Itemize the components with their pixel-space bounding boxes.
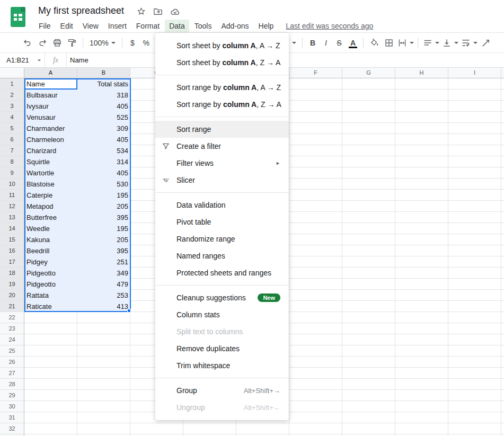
row-header-1[interactable]: 1 <box>0 78 24 90</box>
menubar-item-view[interactable]: View <box>78 20 103 32</box>
row-header-29[interactable]: 29 <box>0 390 24 401</box>
row-header-11[interactable]: 11 <box>0 190 24 201</box>
cell-A13[interactable]: Butterfree <box>24 212 77 223</box>
cell-B6[interactable]: 405 <box>77 134 130 145</box>
cell-B2[interactable]: 318 <box>77 90 130 101</box>
cloud-saved-icon[interactable] <box>170 7 180 15</box>
move-to-folder-icon[interactable] <box>153 7 163 16</box>
menu-item-cleanup-suggestions[interactable]: Cleanup suggestionsNew <box>155 289 289 306</box>
cell-B18[interactable]: 349 <box>77 268 130 279</box>
menubar-item-insert[interactable]: Insert <box>104 20 131 32</box>
row-header-9[interactable]: 9 <box>0 167 24 179</box>
menu-item-sort-sheet-z-a[interactable]: Sort sheet by column A, Z → A <box>155 54 289 71</box>
star-icon[interactable] <box>137 7 146 16</box>
menu-item-remove-duplicates[interactable]: Remove duplicates <box>155 340 289 357</box>
vertical-align-button[interactable] <box>440 36 459 50</box>
row-header-21[interactable]: 21 <box>0 301 24 312</box>
redo-button[interactable] <box>35 36 50 50</box>
row-header-2[interactable]: 2 <box>0 90 24 101</box>
row-header-18[interactable]: 18 <box>0 268 24 279</box>
cell-B19[interactable]: 479 <box>77 279 130 290</box>
cell-B7[interactable]: 534 <box>77 145 130 156</box>
cell-A14[interactable]: Weedle <box>24 223 77 234</box>
row-header-31[interactable]: 31 <box>0 412 24 423</box>
name-box[interactable]: A1:B21 <box>0 56 45 64</box>
cell-A7[interactable]: Charizard <box>24 145 77 156</box>
document-title[interactable]: My first spreadsheet <box>38 5 124 16</box>
fill-color-button[interactable] <box>367 36 382 50</box>
cell-A8[interactable]: Squirtle <box>24 156 77 167</box>
menubar-item-edit[interactable]: Edit <box>56 20 77 32</box>
cell-A15[interactable]: Kakuna <box>24 234 77 245</box>
cell-A2[interactable]: Bulbasaur <box>24 90 77 101</box>
cell-A3[interactable]: Ivysaur <box>24 101 77 112</box>
menu-item-filter-views[interactable]: Filter views► <box>155 155 289 172</box>
cell-B20[interactable]: 253 <box>77 290 130 301</box>
cell-A11[interactable]: Caterpie <box>24 190 77 201</box>
row-header-19[interactable]: 19 <box>0 279 24 290</box>
print-button[interactable] <box>50 36 65 50</box>
cell-B11[interactable]: 195 <box>77 190 130 201</box>
bold-button[interactable]: B <box>306 36 320 50</box>
column-header-B[interactable]: B <box>77 68 130 78</box>
menubar-item-data[interactable]: Data <box>165 20 189 32</box>
cell-B17[interactable]: 251 <box>77 256 130 268</box>
column-header-I[interactable]: I <box>448 68 501 78</box>
column-header-H[interactable]: H <box>395 68 448 78</box>
menu-item-create-a-filter[interactable]: Create a filter <box>155 138 289 155</box>
row-header-32[interactable]: 32 <box>0 423 24 434</box>
italic-button[interactable]: I <box>320 36 332 50</box>
cell-B13[interactable]: 395 <box>77 212 130 223</box>
cell-B16[interactable]: 395 <box>77 245 130 256</box>
menu-item-named-ranges[interactable]: Named ranges <box>155 247 289 264</box>
menu-item-column-stats[interactable]: Column stats <box>155 306 289 323</box>
format-currency-button[interactable]: $ <box>126 36 139 50</box>
merge-cells-button[interactable] <box>396 36 414 50</box>
cell-A19[interactable]: Pidgeotto <box>24 279 77 290</box>
fill-handle[interactable] <box>127 309 131 313</box>
cell-A6[interactable]: Charmeleon <box>24 134 77 145</box>
text-color-button[interactable]: A <box>346 36 360 50</box>
row-header-20[interactable]: 20 <box>0 290 24 301</box>
menu-item-protected-sheets-and-ranges[interactable]: Protected sheets and ranges <box>155 264 289 281</box>
menu-item-sort-sheet-a-z[interactable]: Sort sheet by column A, A → Z <box>155 37 289 54</box>
row-header-28[interactable]: 28 <box>0 379 24 390</box>
cell-A5[interactable]: Charmander <box>24 123 77 134</box>
cell-A9[interactable]: Wartortle <box>24 167 77 179</box>
menu-item-sort-range-a-z[interactable]: Sort range by column A, A → Z <box>155 79 289 96</box>
cell-A17[interactable]: Pidgey <box>24 256 77 268</box>
horizontal-align-button[interactable] <box>421 36 440 50</box>
cell-B3[interactable]: 405 <box>77 101 130 112</box>
cell-B8[interactable]: 314 <box>77 156 130 167</box>
row-header-25[interactable]: 25 <box>0 345 24 357</box>
row-header-16[interactable]: 16 <box>0 245 24 256</box>
cell-B5[interactable]: 309 <box>77 123 130 134</box>
row-header-13[interactable]: 13 <box>0 212 24 223</box>
row-header-23[interactable]: 23 <box>0 323 24 334</box>
row-header-4[interactable]: 4 <box>0 112 24 123</box>
row-header-8[interactable]: 8 <box>0 156 24 167</box>
row-header-15[interactable]: 15 <box>0 234 24 245</box>
borders-button[interactable] <box>382 36 396 50</box>
row-header-7[interactable]: 7 <box>0 145 24 156</box>
menu-item-slicer[interactable]: Slicer <box>155 172 289 189</box>
cell-A4[interactable]: Venusaur <box>24 112 77 123</box>
paint-format-button[interactable] <box>65 36 79 50</box>
menubar-item-add-ons[interactable]: Add-ons <box>217 20 253 32</box>
column-header-G[interactable]: G <box>342 68 395 78</box>
menu-item-pivot-table[interactable]: Pivot table <box>155 213 289 230</box>
row-header-30[interactable]: 30 <box>0 401 24 412</box>
row-header-26[interactable]: 26 <box>0 357 24 368</box>
cell-A10[interactable]: Blastoise <box>24 179 77 190</box>
cell-B9[interactable]: 405 <box>77 167 130 179</box>
cell-B14[interactable]: 195 <box>77 223 130 234</box>
cell-B15[interactable]: 205 <box>77 234 130 245</box>
column-header-A[interactable]: A <box>24 68 77 78</box>
font-size-caret[interactable] <box>289 36 299 50</box>
cell-A21[interactable]: Raticate <box>24 301 77 312</box>
sheets-logo-icon[interactable] <box>10 6 26 28</box>
cell-A18[interactable]: Pidgeotto <box>24 268 77 279</box>
column-header-F[interactable]: F <box>289 68 342 78</box>
menubar-item-file[interactable]: File <box>34 20 55 32</box>
row-header-24[interactable]: 24 <box>0 334 24 345</box>
